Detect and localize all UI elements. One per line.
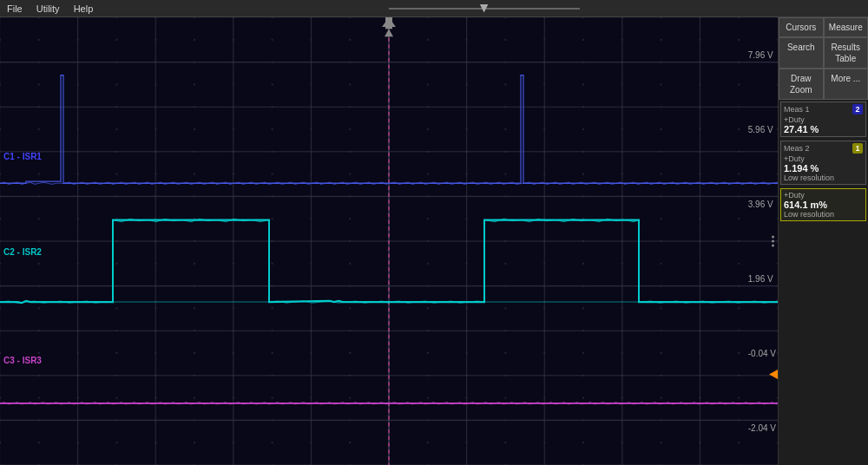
menu-utility[interactable]: Utility: [36, 3, 60, 14]
svg-rect-36: [385, 17, 392, 29]
measure-button[interactable]: Measure: [824, 17, 869, 37]
ch3-label: C3 - ISR3: [3, 356, 42, 365]
meas2-value: 1.194 %: [784, 163, 863, 174]
voltage-label-3: 3.96 V: [748, 200, 776, 209]
cursors-button[interactable]: Cursors: [779, 17, 824, 37]
svg-rect-12: [0, 17, 778, 465]
draw-zoom-button[interactable]: Draw Zoom: [779, 69, 824, 100]
meas2-box: Meas 2 1 +Duty 1.194 % Low resolution: [780, 141, 866, 185]
waveform-canvas: [0, 17, 778, 465]
search-table-row: Search Results Table: [779, 37, 868, 69]
cursors-measure-row: Cursors Measure: [779, 17, 868, 37]
meas3-value: 614.1 m%: [784, 200, 863, 210]
dots-indicator: [772, 236, 774, 247]
svg-marker-37: [385, 29, 393, 36]
meas3-status: Low resolution: [784, 210, 863, 219]
meas1-box: Meas 1 2 +Duty 27.41 %: [780, 102, 866, 137]
ch1-label: C1 - ISR1: [3, 152, 42, 161]
menu-help[interactable]: Help: [74, 3, 94, 14]
meas2-header: Meas 2 1: [784, 143, 863, 154]
meas1-title: Meas 1: [784, 105, 810, 114]
scope-display: 7.96 V 5.96 V 3.96 V 1.96 V -0.04 V -2.0…: [0, 17, 778, 465]
meas1-value: 27.41 %: [784, 124, 863, 134]
meas3-box: +Duty 614.1 m% Low resolution: [780, 188, 866, 221]
results-table-button[interactable]: Results Table: [824, 37, 869, 69]
menu-file[interactable]: File: [7, 3, 23, 14]
menu-bar: File Utility Help: [0, 0, 868, 17]
svg-rect-11: [0, 17, 778, 465]
meas1-channel-badge: 2: [852, 104, 863, 115]
voltage-label-6: -2.04 V: [748, 423, 776, 433]
svg-rect-13: [0, 17, 778, 465]
more-button[interactable]: More ...: [824, 69, 869, 100]
main-container: 7.96 V 5.96 V 3.96 V 1.96 V -0.04 V -2.0…: [0, 17, 868, 465]
svg-marker-34: [769, 370, 778, 379]
time-ruler: [389, 8, 580, 10]
meas2-status: Low resolution: [784, 174, 863, 182]
drawzoom-more-row: Draw Zoom More ...: [779, 69, 868, 100]
meas2-title: Meas 2: [784, 144, 810, 153]
voltage-label-5: -0.04 V: [748, 349, 776, 358]
search-button[interactable]: Search: [779, 37, 824, 69]
voltage-label-2: 5.96 V: [748, 125, 776, 134]
svg-marker-35: [382, 17, 396, 27]
voltage-label-1: 7.96 V: [748, 50, 776, 60]
meas2-channel-badge: 1: [852, 143, 863, 154]
time-ruler-marker: [480, 4, 489, 13]
time-ruler-area: [107, 8, 861, 10]
ch2-label: C2 - ISR2: [3, 247, 42, 257]
meas3-type: +Duty: [784, 191, 863, 200]
voltage-label-4: 1.96 V: [748, 274, 776, 284]
right-panel: Cursors Measure Search Results Table Dra…: [778, 17, 868, 465]
meas1-type: +Duty: [784, 115, 863, 124]
meas1-header: Meas 1 2: [784, 104, 863, 115]
meas2-type: +Duty: [784, 154, 863, 163]
